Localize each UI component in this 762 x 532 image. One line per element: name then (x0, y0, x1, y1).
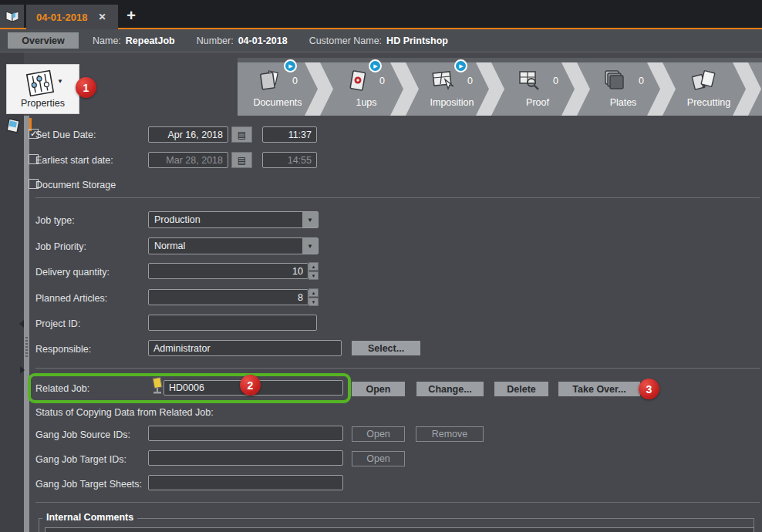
annotation-badge-2: 2 (240, 375, 261, 396)
number-value: 04-01-2018 (238, 35, 288, 46)
workflow-steps-bar: 0 Documents 0 1ups (238, 58, 762, 116)
remove-gang-source-button[interactable]: Remove (416, 426, 484, 442)
step-count: 0 (553, 76, 558, 86)
close-icon[interactable]: ✕ (99, 12, 106, 22)
workflow-step-1ups[interactable]: 0 1ups (320, 62, 403, 116)
gang-sheets-input[interactable] (148, 475, 343, 490)
chevron-down-icon[interactable]: ▼ (57, 78, 63, 85)
delivery-quantity-stepper[interactable]: ▲ ▼ (309, 262, 319, 280)
open-gang-target-button[interactable]: Open (352, 451, 405, 466)
documents-icon (258, 69, 281, 93)
due-time-input[interactable] (262, 126, 317, 143)
new-tab-button[interactable]: + (122, 5, 140, 25)
step-count: 0 (639, 76, 644, 86)
splitter-grip-handle[interactable] (25, 337, 28, 357)
step-label: Documents (238, 97, 318, 108)
job-type-select[interactable]: Production ▼ (148, 211, 319, 228)
open-related-job-button[interactable]: Open (352, 382, 405, 396)
workflow-step-precutting[interactable]: Precutting (663, 62, 746, 116)
play-badge-imposition-icon[interactable]: ▶ (454, 59, 467, 72)
proof-icon (517, 69, 541, 93)
workflow-step-documents[interactable]: 0 Documents (238, 62, 318, 116)
select-responsible-button[interactable]: Select... (352, 341, 420, 355)
gang-source-input[interactable] (148, 426, 343, 441)
due-date-calendar-button[interactable]: ▤ (231, 126, 252, 143)
divider (35, 502, 760, 503)
take-over-button[interactable]: Take Over... (558, 382, 640, 396)
gang-target-input[interactable] (148, 450, 343, 466)
properties-label: Properties (7, 98, 79, 109)
step-label: 1ups (320, 97, 403, 108)
step-label: Proof (491, 97, 575, 108)
internal-comments-textarea[interactable] (45, 527, 754, 532)
splitter-collapse-left-icon[interactable] (19, 320, 24, 328)
tab-job[interactable]: 04-01-2018 ✕ (26, 5, 118, 29)
precutting-icon (690, 69, 716, 93)
earliest-start-label: Earliest start date: (35, 155, 113, 166)
play-badge-documents-icon[interactable]: ▶ (284, 59, 297, 72)
oneups-icon (348, 69, 368, 93)
planned-articles-input[interactable] (148, 289, 309, 305)
open-gang-source-button[interactable]: Open (352, 426, 405, 442)
tab-title: 04-01-2018 (36, 12, 88, 23)
workflow-step-proof[interactable]: 0 Proof (491, 62, 575, 116)
project-id-input[interactable] (148, 315, 317, 331)
job-list-panel-icon[interactable] (5, 116, 23, 139)
earliest-time-input[interactable] (262, 152, 317, 168)
overview-bar: Overview Name: RepeatJob Number: 04-01-2… (0, 29, 762, 52)
play-badge-1ups-icon[interactable]: ▶ (369, 59, 382, 72)
set-due-date-label: Set Due Date: (35, 130, 96, 140)
project-id-label: Project ID: (35, 318, 80, 329)
change-related-job-button[interactable]: Change... (416, 382, 484, 396)
divider (35, 368, 760, 369)
app-logo[interactable] (0, 5, 24, 29)
divider (35, 197, 760, 198)
planned-articles-stepper[interactable]: ▲ ▼ (309, 288, 319, 306)
delete-related-job-button[interactable]: Delete (494, 382, 548, 396)
imposition-icon (431, 69, 456, 93)
document-storage-label: Document Storage (35, 180, 116, 190)
job-type-label: Job type: (35, 215, 75, 226)
step-label: Precutting (663, 97, 746, 108)
spin-up-icon[interactable]: ▲ (309, 288, 319, 297)
spin-up-icon[interactable]: ▲ (309, 262, 319, 271)
earliest-date-input[interactable] (148, 152, 228, 168)
annotation-badge-1: 1 (76, 77, 96, 98)
plates-icon (602, 69, 627, 93)
application-window: 04-01-2018 ✕ + Overview Name: RepeatJob … (0, 0, 762, 532)
workflow-row: 0 Documents 0 1ups (238, 62, 762, 116)
earliest-date-calendar-button[interactable]: ▤ (231, 152, 252, 168)
responsible-label: Responsible: (35, 344, 91, 355)
calendar-icon: ▤ (238, 155, 246, 166)
prinect-logo-icon (5, 10, 20, 23)
delivery-quantity-input[interactable] (148, 263, 309, 279)
workflow-step-imposition[interactable]: 0 Imposition (406, 62, 489, 116)
name-label: Name: (93, 35, 121, 46)
copy-status-label: Status of Copying Data from Related Job: (35, 407, 214, 418)
step-count: 0 (379, 76, 385, 86)
related-job-label: Related Job: (35, 383, 89, 394)
spin-down-icon[interactable]: ▼ (309, 271, 319, 280)
overview-button[interactable]: Overview (8, 32, 79, 49)
responsible-input[interactable] (148, 340, 342, 356)
name-value: RepeatJob (126, 35, 175, 46)
delivery-quantity-label: Delivery quantity: (35, 267, 110, 278)
panel-splitter[interactable] (24, 116, 29, 532)
chevron-down-icon[interactable]: ▼ (302, 212, 318, 227)
job-type-value: Production (154, 214, 201, 225)
spin-down-icon[interactable]: ▼ (309, 298, 319, 306)
chevron-down-icon[interactable]: ▼ (302, 238, 318, 254)
due-date-input[interactable] (148, 126, 228, 143)
planned-articles-label: Planned Articles: (35, 293, 107, 304)
job-priority-select[interactable]: Normal ▼ (148, 237, 319, 254)
gang-target-label: Gang Job Target IDs: (35, 454, 126, 465)
splitter-collapse-right-icon[interactable] (20, 366, 25, 374)
gang-sheets-label: Gang Job Target Sheets: (35, 479, 142, 490)
workflow-step-plates[interactable]: 0 Plates (577, 62, 660, 116)
workflow-step-next-partial (748, 62, 762, 116)
related-job-icon (150, 376, 164, 395)
step-count: 0 (467, 76, 473, 86)
annotation-badge-3: 3 (639, 379, 659, 399)
properties-button[interactable]: ▼ Properties (6, 64, 79, 114)
tab-bar: 04-01-2018 ✕ + (0, 0, 762, 29)
